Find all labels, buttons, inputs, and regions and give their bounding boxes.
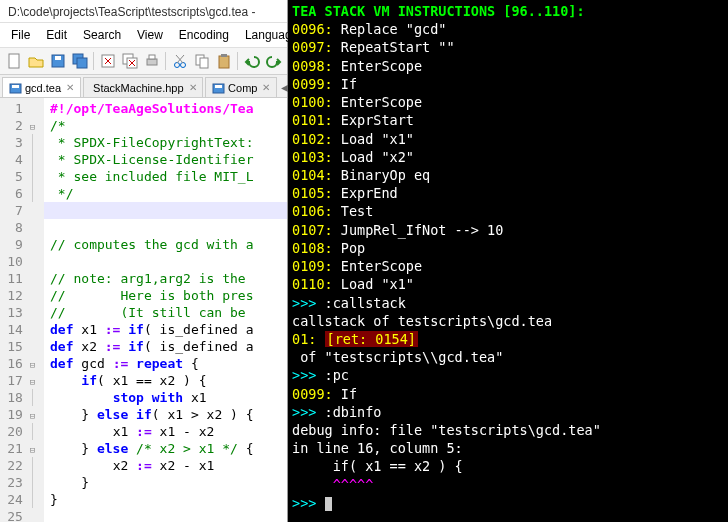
fold-toggle-icon[interactable]: ⊟ — [30, 411, 35, 421]
code-line[interactable]: x1 := x1 - x2 — [44, 423, 287, 440]
svg-rect-15 — [221, 54, 227, 57]
redo-icon[interactable] — [263, 50, 284, 72]
menu-view[interactable]: View — [130, 25, 170, 45]
code-line[interactable]: #!/opt/TeaAgeSolutions/Tea — [44, 100, 287, 117]
term-line: >>> :callstack — [292, 294, 724, 312]
vm-instruction: 0098: EnterScope — [292, 57, 724, 75]
term-line: in line 16, column 5: — [292, 439, 724, 457]
code-line[interactable]: // note: arg1,arg2 is the — [44, 270, 287, 287]
svg-point-11 — [180, 63, 185, 68]
undo-icon[interactable] — [241, 50, 262, 72]
code-line[interactable]: x2 := x2 - x1 — [44, 457, 287, 474]
copy-icon[interactable] — [191, 50, 212, 72]
svg-point-10 — [174, 63, 179, 68]
menu-edit[interactable]: Edit — [39, 25, 74, 45]
code-line[interactable] — [44, 508, 287, 522]
vm-instruction: 0096: Replace "gcd" — [292, 20, 724, 38]
code-line[interactable]: * SPDX-License-Identifier — [44, 151, 287, 168]
tab-close-icon[interactable]: ✕ — [189, 82, 197, 93]
code-line[interactable]: } else if( x1 > x2 ) { — [44, 406, 287, 423]
code-line[interactable]: } — [44, 474, 287, 491]
menu-file[interactable]: File — [4, 25, 37, 45]
term-line: ^^^^^ — [292, 476, 724, 494]
term-line: >>> :dbinfo — [292, 403, 724, 421]
vm-header: TEA STACK VM INSTRUCTIONS [96..110]: — [292, 2, 724, 20]
save-icon[interactable] — [47, 50, 68, 72]
svg-rect-0 — [9, 54, 19, 68]
vm-instruction: 0102: Load "x1" — [292, 130, 724, 148]
term-line: if( x1 == x2 ) { — [292, 457, 724, 475]
svg-rect-21 — [215, 85, 222, 88]
vm-instruction: 0105: ExprEnd — [292, 184, 724, 202]
vm-instruction: 0104: BinaryOp eq — [292, 166, 724, 184]
code-area[interactable]: #!/opt/TeaAgeSolutions/Tea/* * SPDX-File… — [44, 98, 287, 522]
tab-comp[interactable]: Comp✕ — [205, 77, 277, 97]
tab-close-icon[interactable]: ✕ — [66, 82, 74, 93]
code-line[interactable]: * see included file MIT_L — [44, 168, 287, 185]
tab-gcd-tea[interactable]: gcd.tea✕ — [2, 77, 81, 97]
menu-search[interactable]: Search — [76, 25, 128, 45]
term-prompt[interactable]: >>> — [292, 494, 724, 512]
vm-instruction: 0109: EnterScope — [292, 257, 724, 275]
fold-toggle-icon[interactable]: ⊟ — [30, 122, 35, 132]
fold-toggle-icon[interactable]: ⊟ — [30, 377, 35, 387]
vm-instruction: 0107: JumpRel_IfNot --> 10 — [292, 221, 724, 239]
code-line[interactable]: // (It still can be — [44, 304, 287, 321]
svg-rect-2 — [55, 56, 61, 60]
cursor-icon — [325, 497, 332, 511]
terminal-pane[interactable]: TEA STACK VM INSTRUCTIONS [96..110]:0096… — [288, 0, 728, 522]
svg-rect-14 — [219, 56, 229, 68]
term-line: 0099: If — [292, 385, 724, 403]
svg-rect-17 — [12, 85, 19, 88]
code-line[interactable]: } else /* x2 > x1 */ { — [44, 440, 287, 457]
term-line: 01: [ret: 0154] of "testscripts\\gcd.tea… — [292, 330, 724, 366]
code-line[interactable]: if( x1 == x2 ) { — [44, 372, 287, 389]
new-icon[interactable] — [3, 50, 24, 72]
print-icon[interactable] — [141, 50, 162, 72]
tab-stackmachine-hpp[interactable]: StackMachine.hpp✕ — [83, 77, 203, 97]
vm-instruction: 0108: Pop — [292, 239, 724, 257]
code-line[interactable]: stop with x1 — [44, 389, 287, 406]
window-title: D:\code\projects\TeaScript\testscripts\g… — [0, 0, 287, 23]
cut-icon[interactable] — [169, 50, 190, 72]
svg-rect-4 — [77, 58, 87, 68]
tab-label: Comp — [228, 82, 257, 94]
tab-close-icon[interactable]: ✕ — [262, 82, 270, 93]
vm-instruction: 0110: Load "x1" — [292, 275, 724, 293]
code-line[interactable]: } — [44, 491, 287, 508]
code-line[interactable]: * SPDX-FileCopyrightText: — [44, 134, 287, 151]
vm-instruction: 0100: EnterScope — [292, 93, 724, 111]
code-line[interactable]: def gcd := repeat { — [44, 355, 287, 372]
svg-rect-13 — [200, 58, 208, 68]
code-line[interactable]: def x2 := if( is_defined a — [44, 338, 287, 355]
svg-rect-9 — [149, 55, 155, 59]
menu-encoding[interactable]: Encoding — [172, 25, 236, 45]
vm-instruction: 0106: Test — [292, 202, 724, 220]
code-line[interactable]: // Here is both pres — [44, 287, 287, 304]
vm-instruction: 0103: Load "x2" — [292, 148, 724, 166]
open-icon[interactable] — [25, 50, 46, 72]
save-all-icon[interactable] — [69, 50, 90, 72]
term-line: debug info: file "testscripts\gcd.tea" — [292, 421, 724, 439]
term-line: >>> :pc — [292, 366, 724, 384]
code-line[interactable] — [44, 202, 287, 219]
code-line[interactable]: /* — [44, 117, 287, 134]
vm-instruction: 0101: ExprStart — [292, 111, 724, 129]
fold-toggle-icon[interactable]: ⊟ — [30, 360, 35, 370]
code-line[interactable]: def x1 := if( is_defined a — [44, 321, 287, 338]
paste-icon[interactable] — [213, 50, 234, 72]
code-line[interactable]: */ — [44, 185, 287, 202]
toolbar — [0, 48, 287, 75]
close-all-icon[interactable] — [119, 50, 140, 72]
code-line[interactable]: // computes the gcd with a — [44, 236, 287, 253]
fold-toggle-icon[interactable]: ⊟ — [30, 445, 35, 455]
gutter: 1234567891011121314151617181920212223242… — [0, 98, 44, 522]
svg-rect-8 — [147, 59, 157, 65]
editor-pane: D:\code\projects\TeaScript\testscripts\g… — [0, 0, 288, 522]
code-editor[interactable]: 1234567891011121314151617181920212223242… — [0, 98, 287, 522]
menu-bar: FileEditSearchViewEncodingLanguage — [0, 23, 287, 48]
code-line[interactable] — [44, 219, 287, 236]
code-line[interactable] — [44, 253, 287, 270]
close-icon[interactable] — [97, 50, 118, 72]
tab-label: gcd.tea — [25, 82, 61, 94]
